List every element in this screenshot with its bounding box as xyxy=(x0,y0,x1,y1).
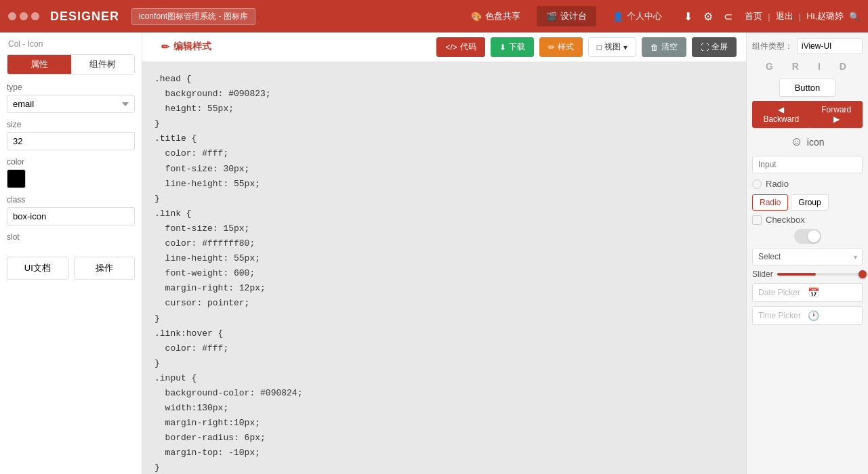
tab-group: 属性 组件树 xyxy=(7,54,135,74)
hi-label: Hi,赵璐婷 xyxy=(806,10,844,22)
nav-personal[interactable]: 👤 个人中心 xyxy=(603,6,671,26)
action-button[interactable]: 操作 xyxy=(74,257,136,280)
checkbox-row: Checkbox xyxy=(752,215,863,225)
style-btn-label: 样式 xyxy=(558,41,574,53)
radio-single: Radio xyxy=(752,177,863,190)
clear-button[interactable]: 🗑 清空 xyxy=(642,37,686,57)
type-select[interactable]: email text password xyxy=(7,95,135,113)
expand-icon: ⛶ xyxy=(701,43,709,52)
class-input[interactable] xyxy=(7,207,135,225)
style-button[interactable]: ✏ 样式 xyxy=(539,37,583,57)
radio-label: Radio xyxy=(766,179,789,189)
checkbox-label: Checkbox xyxy=(766,215,805,225)
window-close-btn[interactable] xyxy=(8,12,16,20)
nav-sep1: | xyxy=(768,12,770,22)
doc-button[interactable]: UI文档 xyxy=(7,257,68,280)
right-panel: 组件类型： iView-UI Element-UI Ant Design GRI… xyxy=(746,33,868,474)
slider-label: Slider xyxy=(752,270,773,279)
size-label: size xyxy=(7,120,135,129)
search-icon[interactable]: 🔍 xyxy=(849,12,860,22)
prop-size: size xyxy=(7,120,135,150)
trash-icon: 🗑 xyxy=(650,43,659,52)
nav-design-desk[interactable]: 🎬 设计台 xyxy=(537,6,596,26)
view-btn-label: 视图 xyxy=(604,41,621,53)
icon-label: icon xyxy=(807,137,825,148)
tab-tree[interactable]: 组件树 xyxy=(71,55,135,74)
settings-icon[interactable]: ⚙ xyxy=(703,10,713,23)
datepicker-demo[interactable]: Date Picker 📅 xyxy=(752,283,863,302)
select-demo-row: Select ▾ xyxy=(752,248,863,265)
radio-group: Radio Group xyxy=(752,194,863,211)
nav-color-share[interactable]: 🎨 色盘共享 xyxy=(461,6,530,26)
toggle-thumb xyxy=(808,230,820,242)
prop-color: color xyxy=(7,157,135,188)
brush-icon: ✏ xyxy=(548,43,555,52)
prop-class: class xyxy=(7,195,135,225)
toolbar-title-text: 编辑样式 xyxy=(173,41,211,53)
radio-group-group[interactable]: Group xyxy=(791,194,828,211)
slider-row: Slider xyxy=(752,270,863,279)
comp-type-label: 组件类型： xyxy=(752,41,793,52)
code-btn-label: 代码 xyxy=(460,41,476,53)
logout-link[interactable]: 退出 xyxy=(776,10,793,22)
slot-label: slot xyxy=(7,232,135,242)
fullscreen-button[interactable]: ⛶ 全屏 xyxy=(692,37,737,57)
code-button[interactable]: </> 代码 xyxy=(436,37,484,57)
download-button[interactable]: ⬇ 下载 xyxy=(491,37,534,57)
fullscreen-btn-label: 全屏 xyxy=(711,41,728,53)
tab-property[interactable]: 属性 xyxy=(7,55,71,74)
comp-type-select[interactable]: iView-UI Element-UI Ant Design xyxy=(797,38,863,54)
datepicker-label: Date Picker xyxy=(758,288,808,297)
demo-button[interactable]: Button xyxy=(779,79,836,97)
design-icon: 🎬 xyxy=(546,12,557,22)
prop-type: type email text password xyxy=(7,83,135,113)
window-max-btn[interactable] xyxy=(31,12,39,20)
color-label: color xyxy=(7,157,135,167)
code-editor[interactable]: .head { background: #090823; height: 55p… xyxy=(142,62,746,474)
backward-button[interactable]: ◀ Backward xyxy=(752,101,810,128)
bottom-btns: UI文档 操作 xyxy=(7,257,135,280)
share-icon[interactable]: ⊂ xyxy=(724,10,732,23)
comp-type-row: 组件类型： iView-UI Element-UI Ant Design xyxy=(752,38,863,54)
window-min-btn[interactable] xyxy=(20,12,28,20)
class-label: class xyxy=(7,195,135,204)
forward-button[interactable]: Forward ▶ xyxy=(810,101,863,128)
smiley-icon: ☺ xyxy=(790,135,802,149)
calendar-icon: 📅 xyxy=(808,287,857,298)
left-panel: Col - Icon 属性 组件树 type email text passwo… xyxy=(0,33,142,474)
button-demo: Button xyxy=(752,79,863,97)
download-icon[interactable]: ⬇ xyxy=(684,10,693,23)
code-icon: </> xyxy=(445,43,457,52)
main-layout: Col - Icon 属性 组件树 type email text passwo… xyxy=(0,33,868,474)
radio-group-radio[interactable]: Radio xyxy=(752,194,788,211)
palette-icon: 🎨 xyxy=(471,12,482,22)
window-controls xyxy=(8,12,39,20)
breadcrumb: iconfont图标管理系统 - 图标库 xyxy=(131,8,255,25)
icon-demo: ☺ icon xyxy=(752,132,863,152)
input-demo xyxy=(752,156,863,173)
timepicker-label: Time Picker xyxy=(758,311,808,320)
nav-sep2: | xyxy=(799,12,801,22)
size-input[interactable] xyxy=(7,132,135,150)
radio-indicator xyxy=(752,179,762,189)
checkbox-indicator xyxy=(752,215,762,225)
home-link[interactable]: 首页 xyxy=(745,10,762,22)
nav-links: 首页 | 退出 | Hi,赵璐婷 🔍 xyxy=(745,10,860,22)
brand-logo: DESIGNER xyxy=(50,9,119,24)
timepicker-demo[interactable]: Time Picker 🕐 xyxy=(752,306,863,325)
eye-icon: □ xyxy=(597,43,602,52)
chevron-down-icon: ▾ xyxy=(623,43,627,52)
download-btn-label: 下载 xyxy=(509,41,525,53)
select-demo[interactable]: Select xyxy=(752,248,863,265)
top-nav: DESIGNER iconfont图标管理系统 - 图标库 🎨 色盘共享 🎬 设… xyxy=(0,0,868,33)
view-button[interactable]: □ 视图 ▾ xyxy=(588,37,636,57)
prop-slot: slot xyxy=(7,232,135,244)
input-demo-field[interactable] xyxy=(752,156,863,173)
toggle-switch[interactable] xyxy=(794,229,821,244)
center-toolbar: ✏ 编辑样式 </> 代码 ⬇ 下载 ✏ 样式 □ 视图 ▾ 🗑 xyxy=(142,33,746,62)
grid-letters: GRID xyxy=(752,58,863,74)
slider-thumb[interactable] xyxy=(859,270,867,278)
panel-path: Col - Icon xyxy=(7,39,135,49)
color-swatch[interactable] xyxy=(7,169,26,188)
slider-track[interactable] xyxy=(777,273,863,276)
